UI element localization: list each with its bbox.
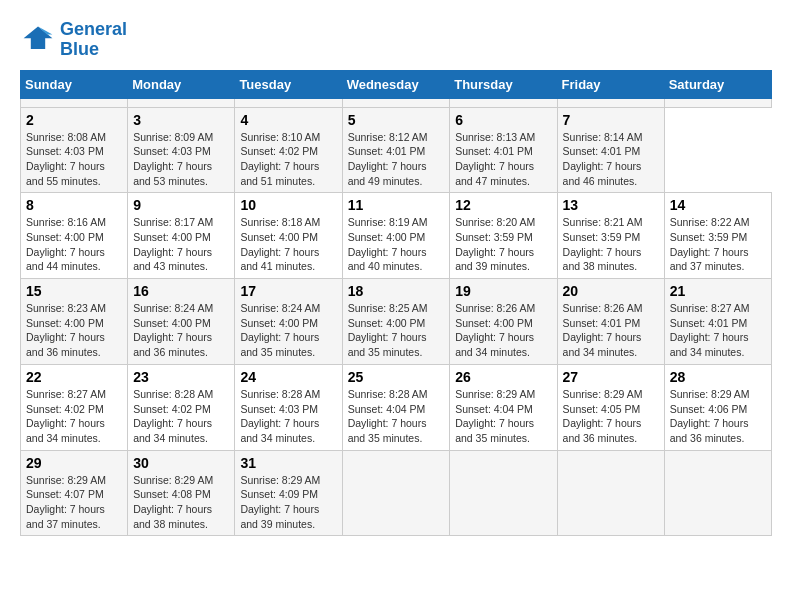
empty-cell (21, 98, 128, 107)
day-info: Sunrise: 8:27 AM Sunset: 4:02 PM Dayligh… (26, 387, 122, 446)
day-info: Sunrise: 8:29 AM Sunset: 4:07 PM Dayligh… (26, 473, 122, 532)
day-number: 30 (133, 455, 229, 471)
logo: General Blue (20, 20, 127, 60)
calendar-day-cell: 9 Sunrise: 8:17 AM Sunset: 4:00 PM Dayli… (128, 193, 235, 279)
day-number: 11 (348, 197, 445, 213)
empty-cell (342, 98, 450, 107)
day-number: 23 (133, 369, 229, 385)
calendar-day-cell: 8 Sunrise: 8:16 AM Sunset: 4:00 PM Dayli… (21, 193, 128, 279)
calendar-day-cell: 21 Sunrise: 8:27 AM Sunset: 4:01 PM Dayl… (664, 279, 771, 365)
day-number: 14 (670, 197, 766, 213)
day-info: Sunrise: 8:29 AM Sunset: 4:09 PM Dayligh… (240, 473, 336, 532)
calendar-week-row: 15 Sunrise: 8:23 AM Sunset: 4:00 PM Dayl… (21, 279, 772, 365)
calendar-day-cell: 7 Sunrise: 8:14 AM Sunset: 4:01 PM Dayli… (557, 107, 664, 193)
calendar-day-cell: 29 Sunrise: 8:29 AM Sunset: 4:07 PM Dayl… (21, 450, 128, 536)
day-number: 3 (133, 112, 229, 128)
day-number: 18 (348, 283, 445, 299)
calendar-day-cell: 27 Sunrise: 8:29 AM Sunset: 4:05 PM Dayl… (557, 364, 664, 450)
calendar-day-cell: 13 Sunrise: 8:21 AM Sunset: 3:59 PM Dayl… (557, 193, 664, 279)
calendar-day-cell: 23 Sunrise: 8:28 AM Sunset: 4:02 PM Dayl… (128, 364, 235, 450)
empty-cell (450, 450, 557, 536)
day-info: Sunrise: 8:19 AM Sunset: 4:00 PM Dayligh… (348, 215, 445, 274)
day-info: Sunrise: 8:29 AM Sunset: 4:08 PM Dayligh… (133, 473, 229, 532)
day-number: 17 (240, 283, 336, 299)
day-info: Sunrise: 8:10 AM Sunset: 4:02 PM Dayligh… (240, 130, 336, 189)
day-info: Sunrise: 8:18 AM Sunset: 4:00 PM Dayligh… (240, 215, 336, 274)
empty-cell (235, 98, 342, 107)
day-number: 2 (26, 112, 122, 128)
logo-text: General Blue (60, 20, 127, 60)
day-info: Sunrise: 8:28 AM Sunset: 4:03 PM Dayligh… (240, 387, 336, 446)
calendar-day-cell: 28 Sunrise: 8:29 AM Sunset: 4:06 PM Dayl… (664, 364, 771, 450)
day-header-sunday: Sunday (21, 70, 128, 98)
day-info: Sunrise: 8:13 AM Sunset: 4:01 PM Dayligh… (455, 130, 551, 189)
calendar-day-cell: 26 Sunrise: 8:29 AM Sunset: 4:04 PM Dayl… (450, 364, 557, 450)
calendar-day-cell: 22 Sunrise: 8:27 AM Sunset: 4:02 PM Dayl… (21, 364, 128, 450)
day-header-saturday: Saturday (664, 70, 771, 98)
calendar-week-row: 2 Sunrise: 8:08 AM Sunset: 4:03 PM Dayli… (21, 107, 772, 193)
day-number: 22 (26, 369, 122, 385)
day-number: 26 (455, 369, 551, 385)
day-header-tuesday: Tuesday (235, 70, 342, 98)
calendar-day-cell: 15 Sunrise: 8:23 AM Sunset: 4:00 PM Dayl… (21, 279, 128, 365)
day-number: 4 (240, 112, 336, 128)
day-info: Sunrise: 8:29 AM Sunset: 4:06 PM Dayligh… (670, 387, 766, 446)
day-header-wednesday: Wednesday (342, 70, 450, 98)
empty-cell (557, 98, 664, 107)
day-info: Sunrise: 8:29 AM Sunset: 4:04 PM Dayligh… (455, 387, 551, 446)
day-number: 9 (133, 197, 229, 213)
day-info: Sunrise: 8:08 AM Sunset: 4:03 PM Dayligh… (26, 130, 122, 189)
day-info: Sunrise: 8:14 AM Sunset: 4:01 PM Dayligh… (563, 130, 659, 189)
calendar-week-row (21, 98, 772, 107)
calendar-week-row: 8 Sunrise: 8:16 AM Sunset: 4:00 PM Dayli… (21, 193, 772, 279)
calendar-day-cell: 3 Sunrise: 8:09 AM Sunset: 4:03 PM Dayli… (128, 107, 235, 193)
day-number: 8 (26, 197, 122, 213)
day-info: Sunrise: 8:26 AM Sunset: 4:00 PM Dayligh… (455, 301, 551, 360)
calendar-day-cell: 14 Sunrise: 8:22 AM Sunset: 3:59 PM Dayl… (664, 193, 771, 279)
svg-marker-0 (24, 26, 53, 49)
day-number: 13 (563, 197, 659, 213)
day-number: 16 (133, 283, 229, 299)
day-info: Sunrise: 8:26 AM Sunset: 4:01 PM Dayligh… (563, 301, 659, 360)
day-info: Sunrise: 8:28 AM Sunset: 4:04 PM Dayligh… (348, 387, 445, 446)
day-number: 19 (455, 283, 551, 299)
calendar-day-cell: 20 Sunrise: 8:26 AM Sunset: 4:01 PM Dayl… (557, 279, 664, 365)
calendar-day-cell: 10 Sunrise: 8:18 AM Sunset: 4:00 PM Dayl… (235, 193, 342, 279)
calendar-day-cell: 6 Sunrise: 8:13 AM Sunset: 4:01 PM Dayli… (450, 107, 557, 193)
day-info: Sunrise: 8:22 AM Sunset: 3:59 PM Dayligh… (670, 215, 766, 274)
empty-cell (450, 98, 557, 107)
calendar-day-cell: 16 Sunrise: 8:24 AM Sunset: 4:00 PM Dayl… (128, 279, 235, 365)
day-info: Sunrise: 8:20 AM Sunset: 3:59 PM Dayligh… (455, 215, 551, 274)
day-number: 24 (240, 369, 336, 385)
calendar-week-row: 29 Sunrise: 8:29 AM Sunset: 4:07 PM Dayl… (21, 450, 772, 536)
day-header-friday: Friday (557, 70, 664, 98)
day-number: 15 (26, 283, 122, 299)
day-info: Sunrise: 8:29 AM Sunset: 4:05 PM Dayligh… (563, 387, 659, 446)
calendar-day-cell: 11 Sunrise: 8:19 AM Sunset: 4:00 PM Dayl… (342, 193, 450, 279)
calendar-day-cell: 25 Sunrise: 8:28 AM Sunset: 4:04 PM Dayl… (342, 364, 450, 450)
empty-cell (664, 98, 771, 107)
day-number: 25 (348, 369, 445, 385)
day-info: Sunrise: 8:27 AM Sunset: 4:01 PM Dayligh… (670, 301, 766, 360)
day-number: 28 (670, 369, 766, 385)
day-info: Sunrise: 8:23 AM Sunset: 4:00 PM Dayligh… (26, 301, 122, 360)
day-number: 21 (670, 283, 766, 299)
day-info: Sunrise: 8:24 AM Sunset: 4:00 PM Dayligh… (240, 301, 336, 360)
calendar-day-cell: 24 Sunrise: 8:28 AM Sunset: 4:03 PM Dayl… (235, 364, 342, 450)
logo-icon (20, 22, 56, 58)
empty-cell (128, 98, 235, 107)
day-info: Sunrise: 8:12 AM Sunset: 4:01 PM Dayligh… (348, 130, 445, 189)
page-header: General Blue (20, 20, 772, 60)
day-number: 5 (348, 112, 445, 128)
calendar-day-cell: 31 Sunrise: 8:29 AM Sunset: 4:09 PM Dayl… (235, 450, 342, 536)
day-info: Sunrise: 8:09 AM Sunset: 4:03 PM Dayligh… (133, 130, 229, 189)
day-number: 27 (563, 369, 659, 385)
day-header-monday: Monday (128, 70, 235, 98)
calendar-day-cell: 19 Sunrise: 8:26 AM Sunset: 4:00 PM Dayl… (450, 279, 557, 365)
day-info: Sunrise: 8:25 AM Sunset: 4:00 PM Dayligh… (348, 301, 445, 360)
calendar-day-cell: 4 Sunrise: 8:10 AM Sunset: 4:02 PM Dayli… (235, 107, 342, 193)
day-number: 10 (240, 197, 336, 213)
day-info: Sunrise: 8:24 AM Sunset: 4:00 PM Dayligh… (133, 301, 229, 360)
day-number: 31 (240, 455, 336, 471)
day-number: 12 (455, 197, 551, 213)
